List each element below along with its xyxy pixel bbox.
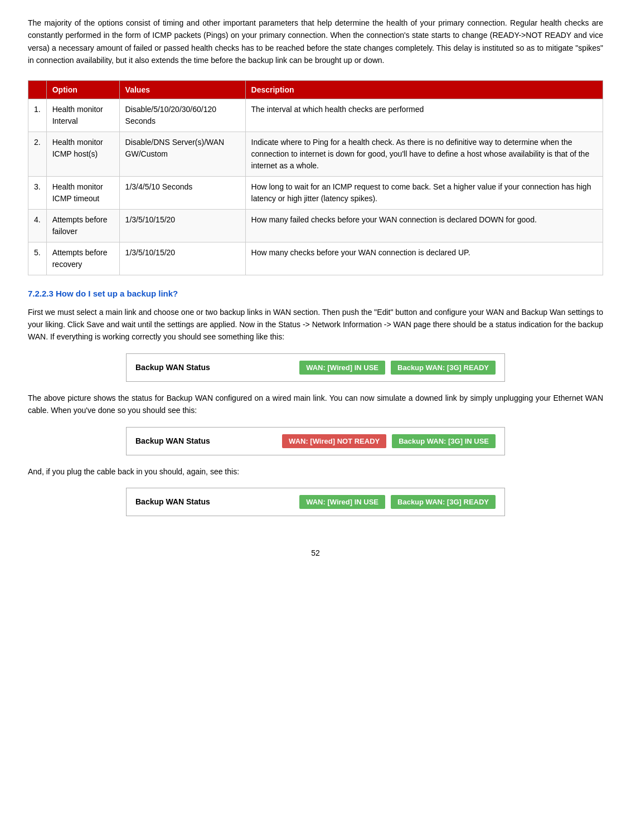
col-values: Values [119,80,245,99]
section-para2: The above picture shows the status for B… [28,392,603,417]
options-table: Option Values Description 1. Health moni… [28,80,603,275]
table-row: 1. Health monitor Interval Disable/5/10/… [28,99,603,132]
cell-values: 1/3/5/10/15/20 [119,209,245,242]
backup-label-2: Backup WAN: [3G] IN USE [399,437,489,445]
section-para3: And, if you plug the cable back in you s… [28,465,603,478]
cell-description: How long to wait for an ICMP request to … [245,176,603,209]
section-heading: 7.2.2.3 How do I set up a backup link? [28,289,603,298]
table-row: 2. Health monitor ICMP host(s) Disable/D… [28,132,603,176]
status-block-1: Backup WAN Status WAN: [Wired] IN USE Ba… [28,353,603,392]
cell-description: How many checks before your WAN connecti… [245,242,603,275]
status-block-2: Backup WAN Status WAN: [Wired] NOT READY… [28,427,603,465]
cell-description: Indicate where to Ping for a health chec… [245,132,603,176]
status-box-1: Backup WAN Status WAN: [Wired] IN USE Ba… [126,353,505,382]
wan-badge-3: WAN: [Wired] IN USE [299,495,385,509]
cell-num: 4. [28,209,47,242]
wan-badge-1: WAN: [Wired] IN USE [299,361,385,375]
col-option: Option [46,80,119,99]
status-box-3-title: Backup WAN Status [135,497,210,506]
cell-description: How many failed checks before your WAN c… [245,209,603,242]
col-description: Description [245,80,603,99]
cell-num: 3. [28,176,47,209]
intro-paragraph: The majority of the options consist of t… [28,17,603,67]
backup-label-1: Backup WAN: [3G] READY [397,363,489,372]
status-block-3: Backup WAN Status WAN: [Wired] IN USE Ba… [28,488,603,526]
status-badges-2: WAN: [Wired] NOT READY Backup WAN: [3G] … [282,434,496,448]
table-row: 3. Health monitor ICMP timeout 1/3/4/5/1… [28,176,603,209]
cell-option: Health monitor Interval [46,99,119,132]
status-box-2-title: Backup WAN Status [135,436,210,445]
cell-option: Health monitor ICMP timeout [46,176,119,209]
backup-badge-1: Backup WAN: [3G] READY [391,361,496,375]
wan-label-1: WAN: [Wired] IN USE [306,363,378,372]
table-header-row: Option Values Description [28,80,603,99]
wan-label-2: WAN: [Wired] NOT READY [289,437,380,445]
wan-badge-2: WAN: [Wired] NOT READY [282,434,386,448]
backup-label-3: Backup WAN: [3G] READY [397,498,489,506]
cell-values: Disable/DNS Server(s)/WAN GW/Custom [119,132,245,176]
col-num [28,80,47,99]
cell-description: The interval at which health checks are … [245,99,603,132]
section-para1: First we must select a main link and cho… [28,306,603,343]
status-badges-3: WAN: [Wired] IN USE Backup WAN: [3G] REA… [299,495,496,509]
backup-badge-3: Backup WAN: [3G] READY [391,495,496,509]
cell-num: 1. [28,99,47,132]
status-box-1-title: Backup WAN Status [135,363,210,372]
status-badges-1: WAN: [Wired] IN USE Backup WAN: [3G] REA… [299,361,496,375]
page-number: 52 [28,548,603,557]
status-box-2: Backup WAN Status WAN: [Wired] NOT READY… [126,427,505,455]
cell-values: 1/3/5/10/15/20 [119,242,245,275]
cell-option: Attempts before recovery [46,242,119,275]
cell-option: Attempts before failover [46,209,119,242]
cell-num: 5. [28,242,47,275]
cell-option: Health monitor ICMP host(s) [46,132,119,176]
status-box-3: Backup WAN Status WAN: [Wired] IN USE Ba… [126,488,505,516]
cell-num: 2. [28,132,47,176]
table-row: 5. Attempts before recovery 1/3/5/10/15/… [28,242,603,275]
backup-badge-2: Backup WAN: [3G] IN USE [392,434,496,448]
cell-values: Disable/5/10/20/30/60/120 Seconds [119,99,245,132]
wan-label-3: WAN: [Wired] IN USE [306,498,378,506]
table-row: 4. Attempts before failover 1/3/5/10/15/… [28,209,603,242]
cell-values: 1/3/4/5/10 Seconds [119,176,245,209]
